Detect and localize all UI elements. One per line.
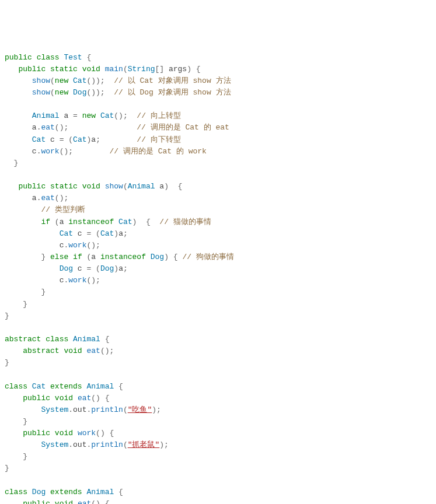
- token-kw: new: [55, 76, 68, 85]
- token-kw: instanceof: [68, 218, 114, 226]
- token-punc: ();: [55, 194, 68, 202]
- token-call: show: [105, 182, 123, 191]
- token-call: eat: [78, 499, 91, 504]
- token-black: a: [64, 111, 68, 120]
- token-punc: =: [86, 264, 91, 273]
- token-punc: {: [105, 335, 110, 344]
- token-kw: abstract: [5, 335, 41, 344]
- token-kw: extends: [50, 488, 82, 496]
- token-kw: abstract: [23, 346, 59, 355]
- token-kw: instanceof: [100, 253, 146, 261]
- token-black: args: [169, 65, 187, 74]
- token-call: show: [32, 88, 50, 97]
- token-type: Cat: [100, 229, 114, 238]
- token-comment: // 向上转型: [137, 111, 180, 120]
- token-punc: (: [96, 264, 100, 273]
- token-black: a: [32, 194, 37, 202]
- token-black: a: [60, 218, 64, 226]
- token-type: Cat: [100, 111, 114, 120]
- token-punc: (: [68, 135, 73, 144]
- token-call: main: [105, 65, 123, 74]
- token-kw: if: [41, 218, 50, 226]
- token-type: Dog: [100, 264, 114, 273]
- token-type: Cat: [32, 135, 46, 144]
- token-punc: .: [68, 405, 73, 414]
- token-call: eat: [86, 346, 100, 355]
- token-kw: public: [23, 394, 50, 402]
- token-kw: extends: [50, 382, 82, 391]
- token-punc: ): [114, 264, 118, 273]
- token-type: Cat: [73, 135, 86, 144]
- token-kw: void: [82, 65, 100, 74]
- token-type: Animal: [128, 182, 155, 191]
- token-punc: {: [146, 218, 151, 226]
- token-kw: void: [64, 346, 82, 355]
- token-type: System: [41, 440, 68, 449]
- token-kw: class: [5, 382, 27, 391]
- token-punc: ): [187, 65, 191, 74]
- token-black: a: [118, 264, 123, 273]
- token-punc: );: [159, 440, 169, 449]
- token-type: Animal: [73, 335, 100, 344]
- token-punc: {: [110, 429, 114, 438]
- token-punc: (: [123, 405, 128, 414]
- token-punc: }: [23, 452, 27, 461]
- token-punc: (: [50, 76, 55, 85]
- token-black: a: [159, 182, 164, 191]
- token-type: Animal: [32, 111, 60, 120]
- token-black: a: [118, 229, 123, 238]
- token-punc: []: [155, 65, 165, 74]
- token-kw: void: [55, 429, 73, 438]
- token-call: eat: [78, 394, 91, 402]
- token-type: Cat: [32, 382, 46, 391]
- token-type: Dog: [60, 264, 73, 273]
- token-kw: new: [55, 88, 68, 97]
- token-punc: .: [68, 440, 73, 449]
- token-comment: // 向下转型: [137, 135, 180, 144]
- token-punc: ();: [60, 147, 73, 156]
- token-call: println: [91, 405, 123, 414]
- token-kw: void: [55, 499, 73, 504]
- token-kw: public: [18, 182, 46, 191]
- token-punc: }: [41, 288, 46, 296]
- token-punc: (): [91, 394, 100, 402]
- token-punc: {: [118, 382, 123, 391]
- token-punc: }: [41, 253, 46, 261]
- token-black: out: [73, 440, 86, 449]
- token-call: eat: [41, 123, 54, 132]
- token-kw: class: [5, 488, 27, 496]
- token-punc: );: [152, 405, 161, 414]
- token-type: Cat: [60, 229, 73, 238]
- token-call: eat: [41, 194, 54, 202]
- token-punc: {: [178, 182, 183, 191]
- token-punc: }: [23, 417, 27, 426]
- token-type: Dog: [32, 488, 46, 496]
- token-str: "吃鱼": [128, 405, 152, 414]
- token-punc: ;: [123, 264, 128, 273]
- token-type: Dog: [73, 88, 86, 97]
- token-type: Dog: [151, 253, 164, 261]
- token-punc: ();: [114, 111, 127, 120]
- token-comment: // 类型判断: [41, 205, 85, 214]
- token-punc: =: [60, 135, 64, 144]
- token-punc: ();: [86, 276, 100, 285]
- token-punc: {: [105, 394, 110, 402]
- token-punc: ();: [55, 123, 68, 132]
- token-kw: else: [50, 253, 68, 261]
- token-kw: class: [37, 53, 60, 62]
- token-call: work: [41, 147, 59, 156]
- token-black: c: [50, 135, 55, 144]
- token-punc: ): [164, 253, 169, 261]
- token-kw: public: [23, 499, 50, 504]
- token-punc: (: [96, 229, 100, 238]
- token-punc: (: [123, 182, 128, 191]
- token-punc: ();: [100, 346, 114, 355]
- token-punc: ): [132, 218, 137, 226]
- token-call: work: [78, 429, 96, 438]
- token-punc: }: [5, 464, 9, 473]
- token-comment: // 狗做的事情: [182, 253, 233, 261]
- token-punc: ;: [96, 135, 100, 144]
- token-black: a: [32, 123, 37, 132]
- token-punc: {: [86, 53, 91, 62]
- token-call: work: [68, 276, 86, 285]
